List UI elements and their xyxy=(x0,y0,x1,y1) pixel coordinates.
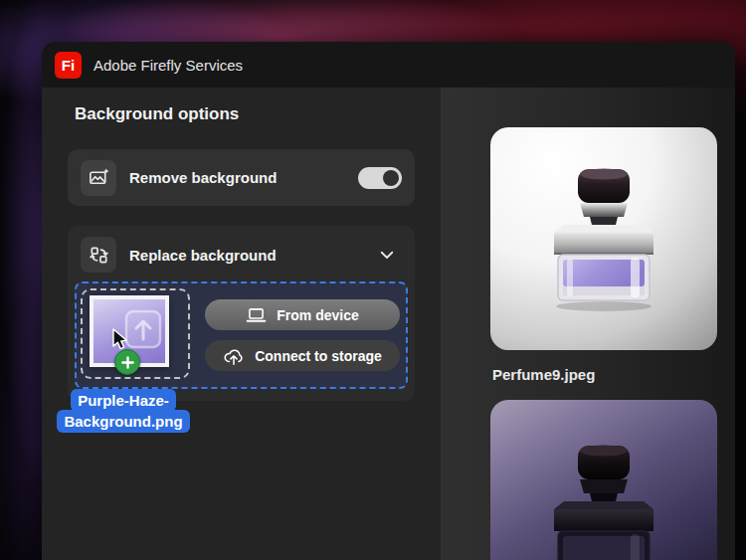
replaced-background-card xyxy=(490,400,717,560)
remove-background-row: Remove background xyxy=(68,149,415,206)
firefly-logo-icon: Fi xyxy=(55,52,82,79)
app-window: Fi Adobe Firefly Services Background opt… xyxy=(42,42,735,560)
background-dropzone[interactable]: From device Connect to storage xyxy=(75,281,408,389)
perfume-bottle-dark-image xyxy=(534,440,673,560)
toggle-knob xyxy=(383,170,399,186)
dragged-filename-line1: Purple-Haze- xyxy=(71,389,176,412)
original-image-filename: Perfume9.jpeg xyxy=(492,366,735,383)
plus-badge-icon xyxy=(114,349,140,375)
panel-heading: Background options xyxy=(75,104,415,124)
original-image-card xyxy=(490,127,717,350)
dragged-filename-line2: Background.png xyxy=(57,410,189,433)
dragged-filename-tag: Purple-Haze- Background.png xyxy=(55,389,192,433)
chevron-down-icon[interactable] xyxy=(378,246,396,264)
app-title: Adobe Firefly Services xyxy=(93,57,243,74)
from-device-button[interactable]: From device xyxy=(205,299,400,330)
image-sparkle-icon xyxy=(81,160,116,196)
from-device-label: From device xyxy=(277,307,358,323)
connect-to-storage-label: Connect to storage xyxy=(255,348,382,364)
laptop-icon xyxy=(246,306,267,324)
perfume-bottle-image xyxy=(534,163,673,312)
remove-background-label: Remove background xyxy=(129,169,345,186)
remove-background-toggle[interactable] xyxy=(358,167,402,189)
cloud-upload-icon xyxy=(223,346,245,366)
replace-background-section: Replace background xyxy=(68,226,415,401)
replace-background-label: Replace background xyxy=(129,247,365,264)
preview-panel: Perfume9.jpeg xyxy=(441,88,735,560)
app-header: Fi Adobe Firefly Services xyxy=(42,42,735,88)
swap-squares-icon xyxy=(81,237,116,273)
replace-background-header[interactable]: Replace background xyxy=(75,236,408,274)
desktop-background: Fi Adobe Firefly Services Background opt… xyxy=(0,0,746,560)
connect-to-storage-button[interactable]: Connect to storage xyxy=(205,340,400,371)
background-options-panel: Background options Remove background xyxy=(42,88,441,560)
